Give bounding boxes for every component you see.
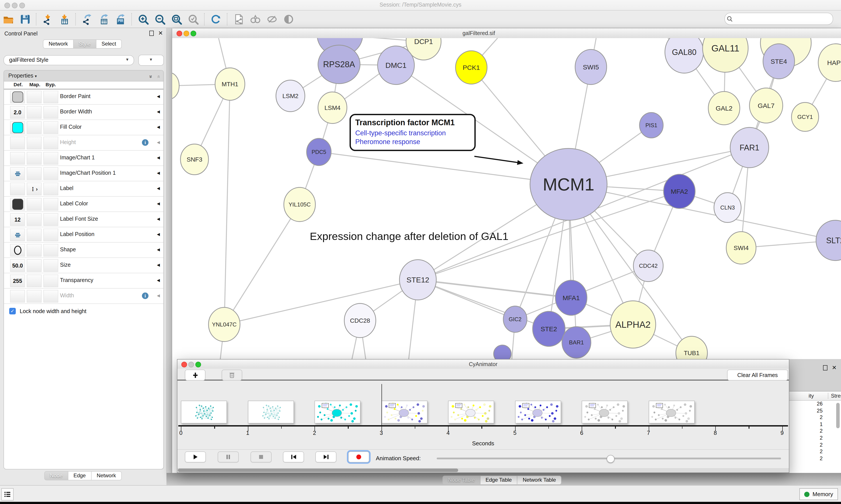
record-button[interactable] — [348, 451, 369, 463]
network-node[interactable]: YIL105C — [284, 187, 315, 221]
clear-all-frames-button[interactable]: Clear All Frames — [727, 370, 788, 380]
float-panel-icon[interactable] — [149, 31, 154, 36]
default-value-cell[interactable] — [10, 152, 25, 165]
network-window-titlebar[interactable]: galFiltered.sif — [172, 29, 841, 38]
bypass-cell[interactable] — [43, 213, 58, 226]
expand-property-icon[interactable]: ◀ — [157, 293, 160, 298]
canvas-caption-text[interactable]: Expression change after deletion of GAL1 — [310, 230, 508, 242]
network-node[interactable]: GAL7 — [749, 88, 783, 123]
cyanimator-titlebar[interactable]: CyAnimator — [177, 360, 789, 370]
bypass-cell[interactable] — [43, 244, 58, 257]
table-row[interactable]: 25 — [789, 408, 841, 414]
tab-style[interactable]: Style — [74, 39, 96, 49]
tab-select[interactable]: Select — [96, 39, 122, 49]
timeline-ruler[interactable] — [178, 425, 788, 426]
mapping-cell[interactable] — [27, 152, 42, 165]
bypass-cell[interactable] — [43, 167, 58, 180]
property-row[interactable]: Border Paint◀ — [4, 89, 163, 105]
open-folder-icon[interactable] — [3, 13, 14, 25]
delete-frame-button[interactable] — [222, 370, 242, 380]
network-node[interactable]: STE4 — [763, 44, 794, 79]
frame-thumbnail[interactable] — [648, 401, 695, 424]
bypass-cell[interactable] — [43, 290, 58, 303]
property-row[interactable]: Image/Chart 1◀ — [4, 151, 163, 166]
network-node[interactable]: SNF3 — [180, 144, 209, 175]
export-image-icon[interactable] — [115, 13, 126, 25]
frame-thumbnail[interactable] — [315, 401, 360, 424]
network-node[interactable]: LSM2 — [276, 80, 305, 112]
default-value-cell[interactable] — [10, 229, 25, 241]
property-row[interactable]: Shape◀ — [4, 242, 163, 258]
expand-property-icon[interactable]: ◀ — [157, 94, 160, 98]
info-icon[interactable]: i — [142, 139, 148, 146]
default-value-cell[interactable] — [10, 91, 25, 103]
properties-header[interactable]: Properties ▾ » » — [4, 71, 163, 82]
network-node[interactable]: SWI4 — [726, 232, 756, 264]
slider-thumb[interactable] — [607, 455, 614, 463]
table-row[interactable]: 2 — [789, 455, 841, 462]
table-row[interactable]: 2 — [789, 442, 841, 448]
collapse-all-icon[interactable]: » — [155, 75, 161, 78]
mapping-cell[interactable] — [27, 244, 42, 257]
mapping-cell[interactable] — [27, 91, 42, 103]
property-row[interactable]: 12Label Font Size◀ — [4, 212, 163, 227]
show-panels-button[interactable] — [1, 488, 14, 501]
import-network-icon[interactable] — [42, 13, 53, 25]
network-file-icon[interactable] — [233, 13, 245, 25]
expand-property-icon[interactable]: ◀ — [157, 186, 160, 191]
pause-button[interactable] — [218, 451, 239, 463]
property-row[interactable]: ⋮›Label◀ — [4, 181, 163, 197]
property-row[interactable]: 50.0Size◀ — [4, 258, 163, 273]
table-scrollbar[interactable] — [836, 402, 840, 472]
network-node[interactable]: PIS1 — [640, 112, 663, 138]
expand-property-icon[interactable]: ◀ — [157, 217, 160, 221]
network-node[interactable]: GAL2 — [708, 91, 740, 125]
mapping-cell[interactable] — [27, 137, 42, 149]
style-options-button[interactable]: ▼ — [139, 55, 164, 66]
refresh-view-icon[interactable] — [210, 13, 222, 25]
zoom-out-icon[interactable] — [154, 13, 165, 25]
annotation-box[interactable]: Transcription factor MCM1 Cell-type-spec… — [350, 114, 476, 151]
network-node[interactable]: CLN3 — [714, 193, 741, 222]
mapping-cell[interactable] — [27, 290, 42, 303]
network-node[interactable]: DMC1 — [378, 46, 414, 85]
skip-end-button[interactable] — [315, 451, 336, 463]
expand-property-icon[interactable]: ◀ — [157, 156, 160, 160]
frame-thumbnail[interactable] — [248, 401, 294, 424]
network-node[interactable]: CDC42 — [633, 250, 663, 282]
bypass-cell[interactable] — [43, 91, 58, 103]
mapping-cell[interactable] — [27, 259, 42, 272]
network-node[interactable]: GCY1 — [791, 103, 819, 131]
network-node[interactable]: STE2 — [533, 311, 565, 346]
network-node[interactable]: CDC28 — [344, 303, 376, 338]
table-row[interactable]: 2 — [789, 428, 841, 435]
expand-property-icon[interactable]: ◀ — [157, 247, 160, 252]
show-details-icon[interactable] — [283, 13, 294, 25]
default-value-cell[interactable]: 12 — [10, 213, 25, 226]
network-node[interactable]: MTH1 — [215, 68, 245, 100]
float-panel-icon[interactable] — [823, 365, 827, 371]
expand-property-icon[interactable]: ◀ — [157, 109, 160, 114]
network-node[interactable]: PCK1 — [455, 51, 487, 84]
network-node[interactable]: STE12 — [399, 260, 436, 300]
frame-thumbnail[interactable] — [181, 401, 227, 424]
tab-node-table[interactable]: Node Table — [442, 475, 480, 485]
network-node[interactable]: MCM1 — [530, 148, 607, 220]
property-row[interactable]: Widthi◀ — [4, 289, 163, 304]
bypass-cell[interactable] — [43, 152, 58, 165]
tab-network[interactable]: Network — [91, 471, 122, 480]
network-node[interactable]: MFA2 — [664, 174, 695, 209]
info-icon[interactable]: i — [142, 292, 148, 299]
tab-edge-table[interactable]: Edge Table — [480, 475, 518, 485]
frame-thumbnail[interactable] — [515, 401, 561, 424]
property-row[interactable]: Image/Chart Position 1◀ — [4, 166, 163, 181]
table-row[interactable]: 2 — [789, 448, 841, 455]
minimize-icon[interactable] — [183, 31, 189, 36]
search-network-icon[interactable] — [250, 13, 261, 25]
import-table-icon[interactable] — [59, 13, 70, 25]
memory-button[interactable]: Memory — [799, 488, 838, 500]
mapping-cell[interactable] — [27, 213, 42, 226]
mapping-cell[interactable] — [27, 274, 42, 287]
bypass-cell[interactable] — [43, 229, 58, 241]
lock-checkbox[interactable]: ✓ — [9, 308, 16, 314]
